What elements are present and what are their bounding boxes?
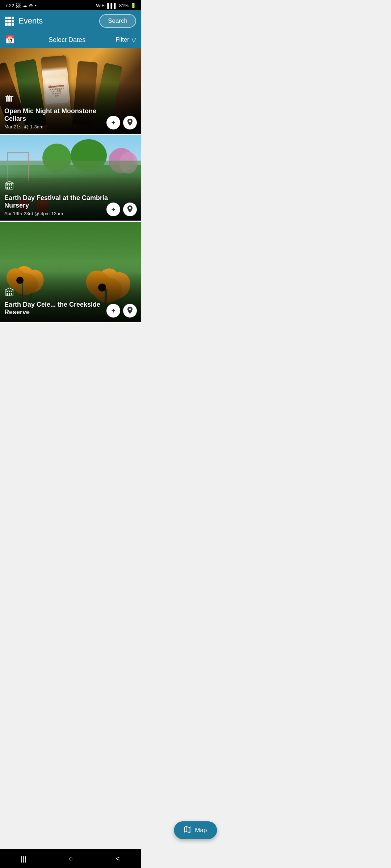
- location-button[interactable]: [123, 203, 137, 216]
- event-category-icon: [4, 287, 112, 299]
- dot-icon: •: [35, 3, 37, 8]
- battery-text: 81%: [119, 3, 129, 8]
- svg-rect-7: [7, 184, 8, 186]
- event-info: Earth Day Cele... the Creekside Reserve: [4, 287, 112, 318]
- add-event-button[interactable]: +: [106, 304, 120, 318]
- svg-rect-9: [11, 184, 12, 186]
- status-right: WiFi ▌▌▌ 81% 🔋: [96, 3, 136, 8]
- event-info: Open Mic Night at Moonstone Cellars Mar …: [4, 94, 112, 129]
- svg-rect-11: [9, 187, 10, 189]
- filter-icon: ▽: [131, 36, 136, 44]
- pin-icon: [127, 307, 133, 315]
- status-left: 7:22 🖼 ☁ ⊖ •: [5, 3, 37, 8]
- grid-icon[interactable]: [5, 17, 14, 26]
- filter-bar: 📅 Select Dates Filter ▽: [0, 32, 141, 48]
- pin-icon: [127, 119, 133, 127]
- svg-rect-12: [11, 187, 12, 188]
- location-button[interactable]: [123, 304, 137, 318]
- svg-rect-14: [7, 291, 8, 292]
- status-time: 7:22: [5, 3, 14, 8]
- signal-icon: ▌▌▌: [107, 3, 117, 8]
- event-card[interactable]: Earth Day Festival at the Cambria Nurser…: [0, 135, 141, 222]
- select-dates-button[interactable]: Select Dates: [18, 36, 115, 44]
- status-bar: 7:22 🖼 ☁ ⊖ • WiFi ▌▌▌ 81% 🔋: [0, 0, 141, 10]
- building-icon: [4, 180, 14, 191]
- svg-rect-10: [7, 187, 8, 189]
- location-button[interactable]: [123, 116, 137, 129]
- event-date: Apr 19th-23rd @ 4pm-12am: [4, 211, 112, 216]
- top-bar-left: Events: [5, 16, 43, 26]
- svg-rect-4: [7, 95, 8, 97]
- event-actions: +: [106, 203, 137, 216]
- events-list: Moonston PASO ROBLES CELLARS VIOGNIER 20…: [0, 48, 141, 323]
- event-actions: +: [106, 304, 137, 318]
- top-bar: Events Search: [0, 10, 141, 32]
- app-title: Events: [18, 16, 43, 26]
- svg-rect-18: [9, 293, 10, 296]
- svg-rect-8: [9, 184, 10, 186]
- pin-icon: [127, 205, 133, 213]
- event-actions: +: [106, 116, 137, 129]
- svg-rect-17: [7, 293, 8, 296]
- svg-rect-0: [6, 97, 8, 102]
- event-info: Earth Day Festival at the Cambria Nurser…: [4, 180, 112, 216]
- cloud-icon: ☁: [22, 3, 27, 8]
- event-name: Earth Day Festival at the Cambria Nurser…: [4, 194, 112, 210]
- svg-rect-1: [8, 97, 10, 102]
- wifi-icon: WiFi: [96, 3, 105, 8]
- event-date: Mar 21st @ 1-3am: [4, 124, 112, 129]
- event-card[interactable]: Moonston PASO ROBLES CELLARS VIOGNIER 20…: [0, 48, 141, 135]
- svg-rect-5: [9, 95, 10, 97]
- search-button[interactable]: Search: [99, 14, 136, 28]
- bar-icon: [4, 94, 14, 104]
- svg-rect-2: [10, 97, 12, 102]
- battery-icon: 🔋: [130, 3, 136, 8]
- event-category-icon: [4, 180, 112, 193]
- svg-rect-16: [11, 291, 12, 292]
- filter-button[interactable]: Filter ▽: [115, 36, 136, 44]
- photo-icon: 🖼: [16, 3, 21, 8]
- add-event-button[interactable]: +: [106, 203, 120, 216]
- event-name: Earth Day Cele... the Creekside Reserve: [4, 301, 112, 316]
- svg-rect-15: [9, 291, 10, 292]
- minus-icon: ⊖: [29, 3, 33, 8]
- event-name: Open Mic Night at Moonstone Cellars: [4, 107, 112, 123]
- svg-rect-19: [11, 293, 12, 295]
- calendar-icon[interactable]: 📅: [5, 35, 15, 44]
- event-card[interactable]: Earth Day Cele... the Creekside Reserve …: [0, 222, 141, 323]
- event-category-icon: [4, 94, 112, 106]
- filter-label: Filter: [115, 36, 129, 43]
- add-event-button[interactable]: +: [106, 116, 120, 129]
- building-icon-2: [4, 287, 14, 297]
